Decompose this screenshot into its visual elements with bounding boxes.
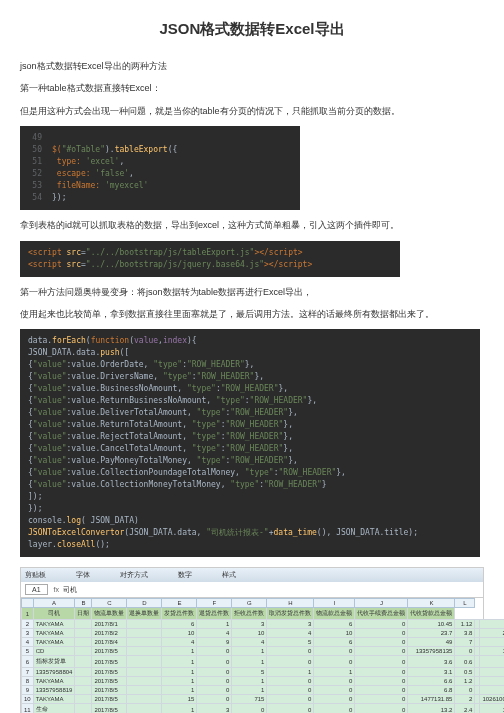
fx-icon: fx <box>54 586 59 593</box>
paragraph: json格式数据转Excel导出的两种方法 <box>20 59 484 73</box>
formula-bar: 司机 <box>63 585 77 595</box>
cell-reference: A1 <box>25 584 48 595</box>
paragraph: 拿到表格的id就可以抓取表格的数据，导出到excel，这种方式简单粗暴，引入这两… <box>20 218 484 232</box>
code-block-3: data.forEach(function(value,index){ JSON… <box>20 329 480 557</box>
paragraph: 但是用这种方式会出现一种问题，就是当你的table有分页的情况下，只能抓取当前分… <box>20 104 484 118</box>
paragraph: 第一种table格式数据直接转Excel： <box>20 81 484 95</box>
page-title: JSON格式数据转Excel导出 <box>20 20 484 39</box>
excel-screenshot: 剪贴板字体对齐方式数字样式 A1 fx 司机 ABCDEFGHIJKL1司机日期… <box>20 567 484 713</box>
code-block-2: <script src="../../bootstrap/js/tableExp… <box>20 241 400 277</box>
paragraph: 第一种方法问题奥特曼变身：将json数据转为table数据再进行Excel导出， <box>20 285 484 299</box>
paragraph: 使用起来也比较简单，拿到数据直接往里面塞就是了，最后调用方法。这样的话最终所有数… <box>20 307 484 321</box>
code-block-1: 4950$("#oTable").tableExport({51 type: '… <box>20 126 300 210</box>
